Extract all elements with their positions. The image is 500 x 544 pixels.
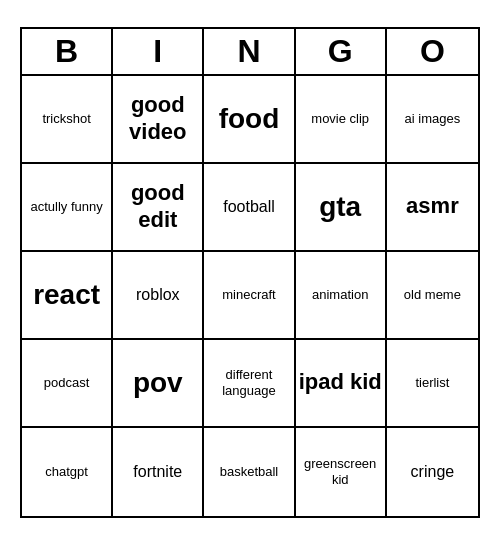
bingo-cell: fortnite [113, 428, 204, 516]
bingo-header: BINGO [22, 29, 478, 76]
cell-text: cringe [411, 462, 455, 481]
cell-text: animation [312, 287, 368, 303]
cell-text: asmr [406, 193, 459, 219]
bingo-cell: trickshot [22, 76, 113, 164]
bingo-cell: tierlist [387, 340, 478, 428]
cell-text: good edit [116, 180, 199, 233]
bingo-cell: old meme [387, 252, 478, 340]
cell-text: actully funny [30, 199, 102, 215]
bingo-cell: asmr [387, 164, 478, 252]
bingo-cell: actully funny [22, 164, 113, 252]
cell-text: chatgpt [45, 464, 88, 480]
cell-text: basketball [220, 464, 279, 480]
bingo-cell: gta [296, 164, 387, 252]
bingo-cell: react [22, 252, 113, 340]
bingo-card: BINGO trickshotgood videofoodmovie clipa… [20, 27, 480, 518]
bingo-cell: ai images [387, 76, 478, 164]
cell-text: roblox [136, 285, 180, 304]
header-letter: B [22, 29, 113, 74]
header-letter: N [204, 29, 295, 74]
cell-text: greenscreen kid [299, 456, 382, 487]
cell-text: ai images [405, 111, 461, 127]
bingo-cell: chatgpt [22, 428, 113, 516]
bingo-cell: cringe [387, 428, 478, 516]
header-letter: I [113, 29, 204, 74]
cell-text: trickshot [42, 111, 90, 127]
cell-text: ipad kid [299, 369, 382, 395]
bingo-cell: roblox [113, 252, 204, 340]
bingo-cell: different language [204, 340, 295, 428]
cell-text: gta [319, 190, 361, 224]
bingo-cell: food [204, 76, 295, 164]
bingo-cell: good edit [113, 164, 204, 252]
cell-text: food [219, 102, 280, 136]
bingo-cell: pov [113, 340, 204, 428]
cell-text: fortnite [133, 462, 182, 481]
bingo-cell: minecraft [204, 252, 295, 340]
cell-text: movie clip [311, 111, 369, 127]
cell-text: podcast [44, 375, 90, 391]
bingo-cell: basketball [204, 428, 295, 516]
cell-text: minecraft [222, 287, 275, 303]
cell-text: different language [207, 367, 290, 398]
bingo-cell: greenscreen kid [296, 428, 387, 516]
bingo-cell: podcast [22, 340, 113, 428]
bingo-cell: football [204, 164, 295, 252]
cell-text: good video [116, 92, 199, 145]
cell-text: old meme [404, 287, 461, 303]
cell-text: pov [133, 366, 183, 400]
cell-text: tierlist [415, 375, 449, 391]
cell-text: react [33, 278, 100, 312]
header-letter: G [296, 29, 387, 74]
bingo-grid: trickshotgood videofoodmovie clipai imag… [22, 76, 478, 516]
bingo-cell: movie clip [296, 76, 387, 164]
bingo-cell: animation [296, 252, 387, 340]
bingo-cell: good video [113, 76, 204, 164]
cell-text: football [223, 197, 275, 216]
header-letter: O [387, 29, 478, 74]
bingo-cell: ipad kid [296, 340, 387, 428]
